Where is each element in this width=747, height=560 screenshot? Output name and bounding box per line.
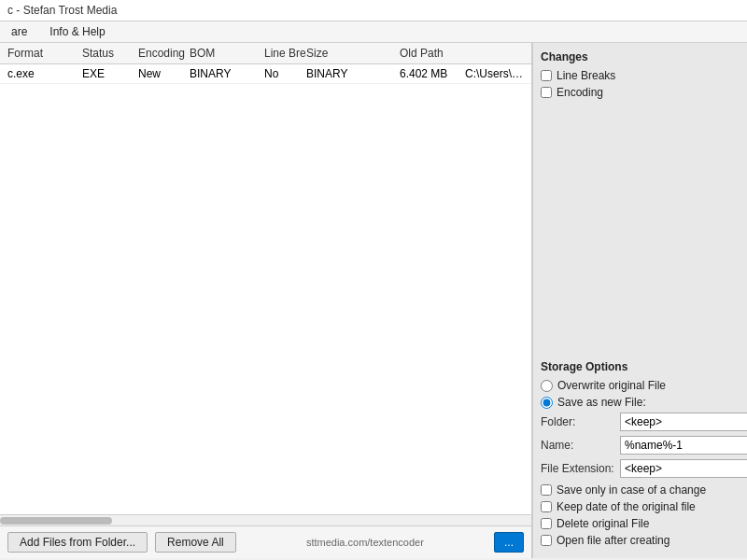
col-encoding: Encoding [138,47,190,60]
table-header: Format Status Encoding BOM Line Break Si… [0,43,531,64]
right-panel: Changes Line Breaks Encoding Storage Opt… [532,43,747,558]
name-input[interactable] [620,436,747,455]
col-linebreak: Line Break [264,47,306,60]
saveasnew-radio-row: Save as new File: [541,396,740,409]
col-size: Size [306,47,400,60]
save-change-checkbox-row: Save only in case of a change [541,483,740,497]
cell-status: New [138,67,190,80]
title-text: c - Stefan Trost Media [7,4,117,17]
delete-original-checkbox[interactable] [541,518,552,529]
bottom-toolbar: Add Files from Folder... Remove All sttm… [0,525,531,558]
col-format: Format [7,47,82,60]
cell-oldpath: C:\Users\merch\App [465,67,524,80]
storage-title: Storage Options [541,360,740,373]
line-breaks-checkbox[interactable] [541,70,552,81]
keep-date-label: Keep date of the original file [557,500,696,513]
saveasnew-label: Save as new File: [557,396,646,409]
open-after-checkbox-row: Open file after creating [541,534,740,547]
delete-original-label: Delete original File [557,517,649,530]
name-row: Name: [541,436,740,455]
delete-original-checkbox-row: Delete original File [541,517,740,530]
cell-size: 6.402 MB [400,67,465,80]
file-panel: Format Status Encoding BOM Line Break Si… [0,43,532,558]
encoding-checkbox[interactable] [541,87,552,98]
menu-item-info[interactable]: Info & Help [46,23,108,40]
col-status: Status [82,47,138,60]
col-bom: BOM [190,47,264,60]
encode-button[interactable]: ... [494,532,524,553]
title-bar: c - Stefan Trost Media [0,0,747,21]
fileext-label: File Extension: [541,462,620,475]
changes-title: Changes [541,50,740,63]
spacer [541,114,740,360]
fileext-input[interactable] [620,459,747,478]
saveasnew-radio[interactable] [541,397,553,409]
line-breaks-label: Line Breaks [557,69,615,82]
scrollbar-thumb[interactable] [0,517,112,525]
horizontal-scrollbar[interactable] [0,514,531,525]
cell-encoding: BINARY [190,67,264,80]
encoding-label: Encoding [557,86,603,99]
fileext-row: File Extension: [541,459,740,478]
remove-all-button[interactable]: Remove All [155,532,236,553]
keep-date-checkbox-row: Keep date of the original file [541,500,740,513]
table-body: c.exe EXE New BINARY No BINARY 6.402 MB … [0,64,531,514]
name-label: Name: [541,439,620,452]
main-container: Format Status Encoding BOM Line Break Si… [0,43,747,558]
overwrite-radio[interactable] [541,380,553,392]
storage-section: Storage Options Overwrite original File … [541,360,740,551]
folder-row: Folder: [541,413,740,431]
cell-linebreak: BINARY [306,67,400,80]
add-files-folder-button[interactable]: Add Files from Folder... [7,532,148,553]
keep-date-checkbox[interactable] [541,501,552,512]
cell-format: EXE [82,67,138,80]
cell-filename: c.exe [7,67,82,80]
encoding-checkbox-row: Encoding [541,86,740,99]
save-change-checkbox[interactable] [541,484,552,496]
folder-input[interactable] [620,413,747,431]
cell-bom: No [264,67,306,80]
line-breaks-checkbox-row: Line Breaks [541,69,740,82]
menu-bar: are Info & Help [0,21,747,43]
menu-item-software[interactable]: are [7,23,31,40]
changes-section: Changes Line Breaks Encoding [541,50,740,103]
folder-label: Folder: [541,415,620,428]
website-link: sttmedia.com/textencoder [306,537,424,548]
storage-checkboxes: Save only in case of a change Keep date … [541,483,740,547]
open-after-label: Open file after creating [557,534,669,547]
table-row[interactable]: c.exe EXE New BINARY No BINARY 6.402 MB … [0,64,531,84]
col-oldpath: Old Path [400,47,465,60]
left-buttons: Add Files from Folder... Remove All [7,532,236,553]
open-after-checkbox[interactable] [541,535,552,546]
overwrite-label: Overwrite original File [557,379,666,392]
overwrite-radio-row: Overwrite original File [541,379,740,392]
save-change-label: Save only in case of a change [557,483,706,497]
